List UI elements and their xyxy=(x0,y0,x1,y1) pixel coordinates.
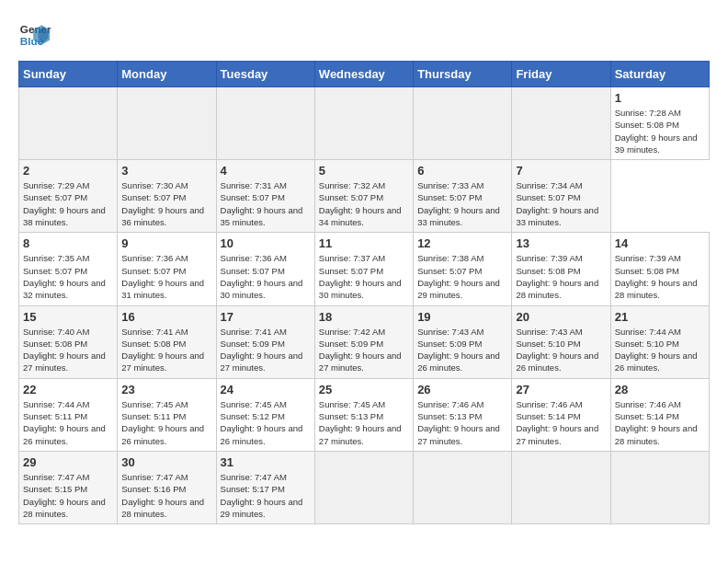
empty-cell xyxy=(512,87,610,160)
empty-cell xyxy=(414,451,512,523)
day-cell-27: 27Sunrise: 7:46 AMSunset: 5:14 PMDayligh… xyxy=(512,378,610,451)
day-info: Sunrise: 7:40 AMSunset: 5:08 PMDaylight:… xyxy=(23,326,113,374)
day-info: Sunrise: 7:45 AMSunset: 5:11 PMDaylight:… xyxy=(121,398,211,447)
day-number: 4 xyxy=(221,164,311,178)
day-cell-10: 10Sunrise: 7:36 AMSunset: 5:07 PMDayligh… xyxy=(216,233,314,305)
day-cell-18: 18Sunrise: 7:42 AMSunset: 5:09 PMDayligh… xyxy=(314,305,413,378)
day-cell-22: 22Sunrise: 7:44 AMSunset: 5:11 PMDayligh… xyxy=(19,378,118,451)
day-info: Sunrise: 7:36 AMSunset: 5:07 PMDaylight:… xyxy=(121,252,211,301)
logo: General Blue xyxy=(18,18,57,52)
day-number: 26 xyxy=(417,383,507,396)
weekday-header-friday: Friday xyxy=(512,62,610,87)
calendar-week-2: 2Sunrise: 7:29 AMSunset: 5:07 PMDaylight… xyxy=(19,160,710,233)
empty-cell xyxy=(19,87,118,160)
day-number: 29 xyxy=(23,455,113,469)
day-number: 20 xyxy=(516,310,606,324)
calendar-week-4: 15Sunrise: 7:40 AMSunset: 5:08 PMDayligh… xyxy=(19,305,710,378)
day-cell-29: 29Sunrise: 7:47 AMSunset: 5:15 PMDayligh… xyxy=(19,451,118,523)
day-cell-1: 1Sunrise: 7:28 AMSunset: 5:08 PMDaylight… xyxy=(610,87,709,160)
day-cell-17: 17Sunrise: 7:41 AMSunset: 5:09 PMDayligh… xyxy=(216,305,314,378)
empty-cell xyxy=(314,451,413,523)
day-info: Sunrise: 7:41 AMSunset: 5:08 PMDaylight:… xyxy=(121,326,211,374)
calendar-week-3: 8Sunrise: 7:35 AMSunset: 5:07 PMDaylight… xyxy=(19,233,710,305)
day-info: Sunrise: 7:32 AMSunset: 5:07 PMDaylight:… xyxy=(319,179,409,228)
day-info: Sunrise: 7:47 AMSunset: 5:16 PMDaylight:… xyxy=(121,471,211,520)
day-number: 11 xyxy=(319,236,409,250)
weekday-header-thursday: Thursday xyxy=(414,62,512,87)
day-info: Sunrise: 7:28 AMSunset: 5:08 PMDaylight:… xyxy=(615,107,705,155)
day-cell-12: 12Sunrise: 7:38 AMSunset: 5:07 PMDayligh… xyxy=(414,233,512,305)
day-number: 24 xyxy=(221,383,311,396)
day-cell-4: 4Sunrise: 7:31 AMSunset: 5:07 PMDaylight… xyxy=(216,160,314,233)
day-number: 8 xyxy=(23,236,113,250)
day-cell-30: 30Sunrise: 7:47 AMSunset: 5:16 PMDayligh… xyxy=(118,451,216,523)
day-number: 25 xyxy=(319,383,409,396)
day-info: Sunrise: 7:33 AMSunset: 5:07 PMDaylight:… xyxy=(417,179,507,228)
day-number: 12 xyxy=(417,236,507,250)
day-info: Sunrise: 7:42 AMSunset: 5:09 PMDaylight:… xyxy=(319,326,409,374)
day-number: 27 xyxy=(516,383,606,396)
day-info: Sunrise: 7:36 AMSunset: 5:07 PMDaylight:… xyxy=(221,252,311,301)
day-cell-5: 5Sunrise: 7:32 AMSunset: 5:07 PMDaylight… xyxy=(314,160,413,233)
day-cell-26: 26Sunrise: 7:46 AMSunset: 5:13 PMDayligh… xyxy=(414,378,512,451)
day-number: 5 xyxy=(319,164,409,178)
day-number: 22 xyxy=(23,383,113,396)
day-number: 9 xyxy=(121,236,211,250)
day-cell-23: 23Sunrise: 7:45 AMSunset: 5:11 PMDayligh… xyxy=(118,378,216,451)
day-info: Sunrise: 7:35 AMSunset: 5:07 PMDaylight:… xyxy=(23,252,113,301)
day-cell-14: 14Sunrise: 7:39 AMSunset: 5:08 PMDayligh… xyxy=(610,233,709,305)
day-cell-6: 6Sunrise: 7:33 AMSunset: 5:07 PMDaylight… xyxy=(414,160,512,233)
day-number: 7 xyxy=(516,164,606,178)
day-info: Sunrise: 7:45 AMSunset: 5:13 PMDaylight:… xyxy=(319,398,409,447)
empty-cell xyxy=(118,87,216,160)
day-number: 18 xyxy=(319,310,409,324)
day-cell-31: 31Sunrise: 7:47 AMSunset: 5:17 PMDayligh… xyxy=(216,451,314,523)
day-cell-20: 20Sunrise: 7:43 AMSunset: 5:10 PMDayligh… xyxy=(512,305,610,378)
day-number: 28 xyxy=(615,383,705,396)
empty-cell xyxy=(314,87,413,160)
day-info: Sunrise: 7:39 AMSunset: 5:08 PMDaylight:… xyxy=(615,252,705,301)
day-number: 21 xyxy=(615,310,705,324)
day-cell-19: 19Sunrise: 7:43 AMSunset: 5:09 PMDayligh… xyxy=(414,305,512,378)
day-number: 16 xyxy=(121,310,211,324)
day-number: 30 xyxy=(121,455,211,469)
day-info: Sunrise: 7:41 AMSunset: 5:09 PMDaylight:… xyxy=(221,326,311,374)
day-number: 1 xyxy=(615,91,705,105)
day-cell-13: 13Sunrise: 7:39 AMSunset: 5:08 PMDayligh… xyxy=(512,233,610,305)
day-info: Sunrise: 7:44 AMSunset: 5:10 PMDaylight:… xyxy=(615,326,705,374)
day-number: 6 xyxy=(417,164,507,178)
day-number: 10 xyxy=(221,236,311,250)
day-cell-9: 9Sunrise: 7:36 AMSunset: 5:07 PMDaylight… xyxy=(118,233,216,305)
day-info: Sunrise: 7:46 AMSunset: 5:14 PMDaylight:… xyxy=(516,398,606,447)
calendar-table: SundayMondayTuesdayWednesdayThursdayFrid… xyxy=(18,61,710,524)
logo-icon: General Blue xyxy=(18,18,51,52)
day-cell-25: 25Sunrise: 7:45 AMSunset: 5:13 PMDayligh… xyxy=(314,378,413,451)
weekday-header-wednesday: Wednesday xyxy=(314,62,413,87)
day-info: Sunrise: 7:37 AMSunset: 5:07 PMDaylight:… xyxy=(319,252,409,301)
day-number: 31 xyxy=(221,455,311,469)
day-cell-28: 28Sunrise: 7:46 AMSunset: 5:14 PMDayligh… xyxy=(610,378,709,451)
day-cell-8: 8Sunrise: 7:35 AMSunset: 5:07 PMDaylight… xyxy=(19,233,118,305)
calendar-header: SundayMondayTuesdayWednesdayThursdayFrid… xyxy=(19,62,710,87)
day-cell-2: 2Sunrise: 7:29 AMSunset: 5:07 PMDaylight… xyxy=(19,160,118,233)
day-info: Sunrise: 7:43 AMSunset: 5:10 PMDaylight:… xyxy=(516,326,606,374)
empty-cell xyxy=(414,87,512,160)
empty-cell xyxy=(512,451,610,523)
day-cell-7: 7Sunrise: 7:34 AMSunset: 5:07 PMDaylight… xyxy=(512,160,610,233)
day-info: Sunrise: 7:46 AMSunset: 5:13 PMDaylight:… xyxy=(417,398,507,447)
day-cell-16: 16Sunrise: 7:41 AMSunset: 5:08 PMDayligh… xyxy=(118,305,216,378)
day-cell-3: 3Sunrise: 7:30 AMSunset: 5:07 PMDaylight… xyxy=(118,160,216,233)
empty-cell xyxy=(610,451,709,523)
weekday-header-saturday: Saturday xyxy=(610,62,709,87)
day-cell-21: 21Sunrise: 7:44 AMSunset: 5:10 PMDayligh… xyxy=(610,305,709,378)
header: General Blue xyxy=(18,18,710,52)
day-info: Sunrise: 7:45 AMSunset: 5:12 PMDaylight:… xyxy=(221,398,311,447)
weekday-header-monday: Monday xyxy=(118,62,216,87)
day-info: Sunrise: 7:44 AMSunset: 5:11 PMDaylight:… xyxy=(23,398,113,447)
day-info: Sunrise: 7:47 AMSunset: 5:17 PMDaylight:… xyxy=(221,471,311,520)
day-info: Sunrise: 7:38 AMSunset: 5:07 PMDaylight:… xyxy=(417,252,507,301)
weekday-header-sunday: Sunday xyxy=(19,62,118,87)
calendar-week-6: 29Sunrise: 7:47 AMSunset: 5:15 PMDayligh… xyxy=(19,451,710,523)
day-info: Sunrise: 7:30 AMSunset: 5:07 PMDaylight:… xyxy=(121,179,211,228)
day-cell-11: 11Sunrise: 7:37 AMSunset: 5:07 PMDayligh… xyxy=(314,233,413,305)
